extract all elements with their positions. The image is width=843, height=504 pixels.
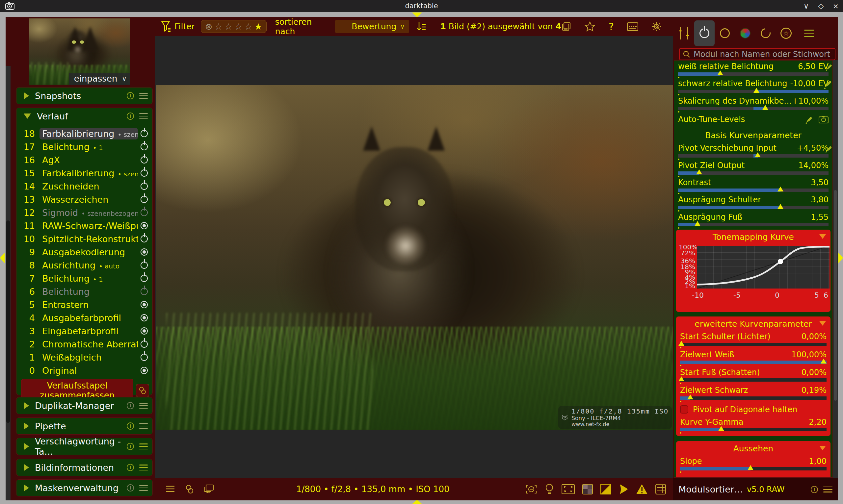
sidebar-item-bildinformationen[interactable]: Bildinformationen	[16, 459, 153, 476]
module-power-icon[interactable]	[141, 327, 148, 335]
duplicate-stack-icon[interactable]	[561, 22, 571, 32]
module-power-icon[interactable]	[141, 314, 148, 321]
tab-correction-modules[interactable]	[755, 20, 776, 46]
color-assessment-icon[interactable]	[582, 484, 593, 494]
slider-marker[interactable]	[718, 426, 724, 431]
eyedropper-icon[interactable]	[805, 115, 814, 124]
history-row[interactable]: 4 Ausgabefarbprofil	[18, 311, 151, 324]
left-panel-scrollbar[interactable]	[5, 66, 11, 500]
history-header[interactable]: Verlauf	[16, 108, 153, 124]
history-row[interactable]: 9 Ausgabekodierung	[18, 246, 151, 258]
module-power-icon[interactable]	[141, 196, 148, 203]
slider-marker[interactable]	[748, 465, 753, 470]
history-row[interactable]: 12 Sigmoid• szenenbezogene Vorg…	[18, 206, 151, 219]
reset-icon[interactable]	[127, 92, 134, 100]
slider-track[interactable]	[680, 378, 827, 382]
tonemapping-graph[interactable]: 100% 72% 36% 18% 9% 4% 2% 1%	[679, 245, 828, 307]
slider-track[interactable]	[680, 467, 827, 470]
help-icon[interactable]: ?	[609, 21, 614, 32]
star-filled-icon[interactable]: ★	[254, 21, 262, 32]
filmstrip-toggle-icon[interactable]	[165, 485, 176, 493]
presets-menu-icon[interactable]	[139, 423, 148, 429]
fit-to-screen-icon[interactable]	[562, 484, 575, 494]
edited-photo[interactable]: 1/800 f/2,8 135mm ISO Sony - ILCE-7RM4 w…	[156, 85, 673, 430]
tab-color-modules[interactable]	[735, 20, 755, 46]
star-icon[interactable]: ☆	[225, 21, 232, 32]
module-power-icon[interactable]	[141, 367, 148, 374]
collapse-left-panel-handle[interactable]	[0, 253, 5, 263]
active-modules-icon[interactable]	[679, 26, 690, 40]
module-power-icon[interactable]	[141, 130, 148, 137]
slider-track[interactable]	[678, 172, 828, 175]
history-row[interactable]: 2 Chromatische Aberration	[18, 338, 151, 351]
reject-icon[interactable]: ⊗	[205, 21, 213, 32]
star-icon[interactable]: ☆	[215, 21, 223, 32]
filter-funnel-icon[interactable]	[161, 21, 171, 32]
shortcuts-icon[interactable]	[627, 22, 638, 31]
collapse-triangle-icon[interactable]	[819, 446, 826, 450]
history-row[interactable]: 10 Spitzlicht-Rekonstruktion	[18, 232, 151, 246]
tab-effects-modules[interactable]: ☆	[776, 20, 796, 46]
warning-icon[interactable]	[636, 484, 648, 494]
close-button[interactable]: ×	[828, 0, 843, 12]
compress-icon[interactable]	[136, 384, 149, 397]
slider-track[interactable]	[678, 154, 828, 158]
module-power-icon[interactable]	[141, 354, 148, 361]
slider-track[interactable]	[678, 206, 828, 209]
module-power-icon[interactable]	[141, 222, 148, 229]
eyedropper-icon[interactable]	[823, 78, 833, 89]
history-row[interactable]: 17 Belichtung• 1	[18, 140, 151, 153]
slider-marker[interactable]	[695, 221, 701, 226]
history-row[interactable]: 14 Zuschneiden	[18, 180, 151, 193]
left-scrollbar-thumb[interactable]	[6, 220, 10, 423]
section-header[interactable]: Aussehen	[676, 441, 830, 455]
slider-track[interactable]	[678, 223, 828, 226]
module-list-menu[interactable]	[799, 20, 819, 46]
history-row[interactable]: 16 AgX	[18, 153, 151, 166]
minimize-button[interactable]: ∨	[799, 0, 813, 12]
reset-icon[interactable]	[127, 443, 134, 450]
history-row[interactable]: 1 Weißabgleich	[18, 351, 151, 364]
sidebar-item-duplikat-manager[interactable]: Duplikat-Manager	[16, 397, 153, 414]
curve-pivot-point[interactable]	[778, 259, 783, 264]
history-row[interactable]: 11 RAW-Schwarz-/Weißpunkt	[18, 219, 151, 232]
reset-icon[interactable]	[127, 484, 134, 491]
tab-tone-modules[interactable]	[715, 20, 735, 46]
slider-marker[interactable]	[821, 359, 827, 363]
reset-icon[interactable]	[127, 464, 134, 471]
pivot-diagonal-checkbox[interactable]	[680, 405, 688, 414]
collapse-top-panel-handle[interactable]	[412, 13, 422, 17]
gear-icon[interactable]	[651, 21, 662, 32]
eyedropper-icon[interactable]	[825, 144, 833, 153]
module-power-icon[interactable]	[141, 169, 148, 177]
module-power-icon[interactable]	[141, 156, 148, 163]
star-outline-icon[interactable]	[584, 21, 595, 32]
duotone-circles-icon[interactable]	[185, 484, 195, 494]
slider-track[interactable]	[678, 188, 828, 192]
slider-marker[interactable]	[696, 169, 702, 174]
eyedropper-icon[interactable]	[825, 62, 833, 71]
slider-marker[interactable]	[777, 204, 784, 209]
zoom-mode-dropdown[interactable]: einpassen ∨	[69, 73, 130, 85]
slider-marker[interactable]	[687, 394, 693, 399]
search-input[interactable]	[693, 50, 831, 59]
overexposure-icon[interactable]	[618, 484, 628, 495]
reset-icon[interactable]	[127, 402, 134, 409]
rating-filter[interactable]: ⊗ ☆ ☆ ☆ ☆ ★	[201, 20, 267, 33]
sidebar-item-verschlagwortung[interactable]: Verschlagwortung - Ta…	[16, 438, 153, 455]
module-power-icon[interactable]	[141, 341, 148, 348]
camera-icon[interactable]	[819, 115, 828, 123]
reset-icon[interactable]	[811, 486, 818, 493]
right-scrollbar-thumb[interactable]	[834, 190, 837, 401]
section-header[interactable]: Tonemapping Kurve	[676, 230, 830, 244]
module-power-icon[interactable]	[141, 235, 148, 242]
slider-track[interactable]	[680, 361, 827, 364]
star-icon[interactable]: ☆	[234, 21, 242, 32]
second-window-icon[interactable]	[204, 484, 215, 494]
slider-track[interactable]	[680, 428, 827, 431]
presets-menu-icon[interactable]	[139, 93, 148, 99]
history-row[interactable]: 3 Eingabefarbprofil	[18, 324, 151, 338]
presets-menu-icon[interactable]	[139, 403, 148, 409]
collapse-right-panel-handle[interactable]	[838, 253, 843, 263]
history-row[interactable]: 15 Farbkalibrierung• szenenbezo…	[18, 166, 151, 180]
